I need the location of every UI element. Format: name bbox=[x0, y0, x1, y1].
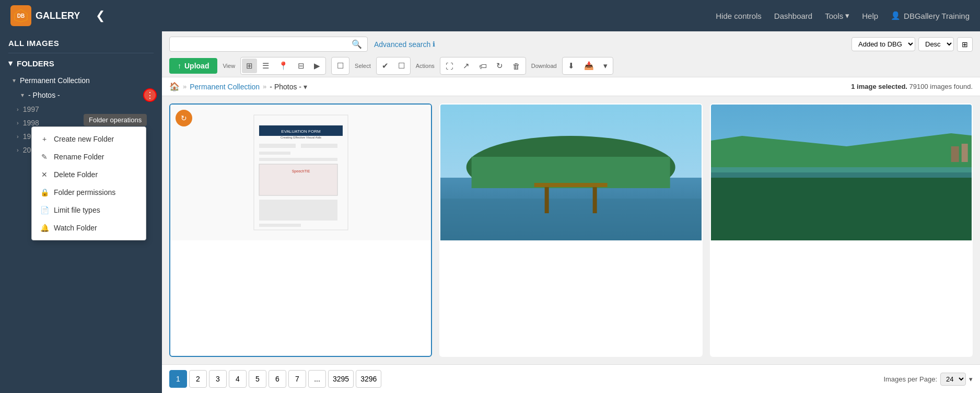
svg-rect-21 bbox=[593, 187, 597, 213]
year-chevron-icon: › bbox=[17, 147, 19, 153]
delete-button[interactable]: 🗑 bbox=[508, 59, 524, 73]
image-card-1[interactable] bbox=[439, 103, 702, 357]
photos-chevron-icon: ▾ bbox=[21, 91, 24, 99]
collapse-sidebar-button[interactable]: ❮ bbox=[96, 9, 105, 22]
page-btn-2[interactable]: 2 bbox=[189, 370, 207, 388]
main-layout: ALL IMAGES ▾ FOLDERS ▾ Permanent Collect… bbox=[0, 31, 980, 393]
select-all-button[interactable]: ✔ bbox=[378, 59, 393, 73]
page-btn-6[interactable]: 6 bbox=[269, 370, 286, 388]
x-icon: ✕ bbox=[40, 170, 49, 179]
grid-view-button[interactable]: ⊞ bbox=[242, 59, 257, 73]
share-button[interactable]: ↗ bbox=[459, 59, 474, 73]
sidebar-item-permanent-collection[interactable]: ▾ Permanent Collection bbox=[0, 73, 162, 88]
page-btn-3295[interactable]: 3295 bbox=[328, 370, 354, 388]
search-button[interactable]: 🔍 bbox=[352, 39, 362, 49]
page-btn-4[interactable]: 4 bbox=[229, 370, 247, 388]
logo-text: GALLERY bbox=[36, 10, 80, 21]
breadcrumb-bar: 🏠 » Permanent Collection » - Photos - ▾ … bbox=[162, 77, 980, 96]
breadcrumb-dropdown-button[interactable]: ▾ bbox=[304, 83, 307, 91]
sidebar-item-photos[interactable]: ▾ - Photos - ⋮ bbox=[0, 88, 162, 102]
breadcrumb-sep-2: » bbox=[263, 83, 266, 90]
fullscreen-button[interactable]: ⛶ bbox=[441, 59, 458, 73]
order-select[interactable]: Desc bbox=[918, 37, 954, 51]
home-breadcrumb[interactable]: 🏠 bbox=[169, 82, 180, 91]
delete-folder-item[interactable]: ✕ Delete Folder bbox=[32, 166, 146, 183]
search-input-wrapper: 🔍 bbox=[169, 37, 368, 52]
slideshow-button[interactable]: ▶ bbox=[310, 59, 324, 73]
svg-rect-20 bbox=[545, 187, 549, 213]
list-view-button[interactable]: ☰ bbox=[258, 59, 273, 73]
card-spinner-0: ↻ bbox=[176, 110, 192, 126]
info-icon: ℹ bbox=[433, 40, 435, 48]
sidebar-item-1997[interactable]: › 1997 bbox=[0, 102, 162, 116]
search-bar: 🔍 Advanced search ℹ Added to DBG Desc ⊞ bbox=[162, 31, 980, 55]
user-icon: 👤 bbox=[891, 11, 901, 20]
svg-rect-8 bbox=[259, 152, 290, 155]
all-images-label[interactable]: ALL IMAGES bbox=[0, 31, 162, 53]
download-options-button[interactable]: ▾ bbox=[599, 59, 612, 73]
image-card-0[interactable]: ↻ EVALUATION FORM Creating Effective Vis… bbox=[169, 103, 432, 357]
upload-icon: ↑ bbox=[178, 62, 181, 70]
folders-chevron-icon: ▾ bbox=[8, 59, 13, 68]
lock-icon: 🔒 bbox=[40, 188, 49, 196]
actions-label: Actions bbox=[416, 63, 435, 69]
year-chevron-icon: › bbox=[17, 106, 19, 112]
checkbox-button[interactable]: ☐ bbox=[333, 59, 348, 73]
refresh-button[interactable]: ↻ bbox=[492, 59, 507, 73]
limit-file-types-item[interactable]: 📄 Limit file types bbox=[32, 201, 146, 219]
download-file-button[interactable]: 📥 bbox=[580, 59, 598, 73]
per-page-select[interactable]: 24 bbox=[940, 373, 966, 386]
page-btn-5[interactable]: 5 bbox=[249, 370, 266, 388]
compare-view-button[interactable]: ⊟ bbox=[294, 59, 309, 73]
logo-icon: DB bbox=[10, 5, 31, 26]
tag-button[interactable]: 🏷 bbox=[475, 59, 491, 73]
page-btn-7[interactable]: 7 bbox=[288, 370, 306, 388]
svg-text:DB: DB bbox=[17, 13, 25, 19]
image-card-2[interactable] bbox=[710, 103, 973, 357]
help-link[interactable]: Help bbox=[862, 11, 878, 20]
content-area: 🔍 Advanced search ℹ Added to DBG Desc ⊞ … bbox=[162, 31, 980, 393]
user-menu[interactable]: 👤 DBGallery Training bbox=[891, 11, 970, 20]
page-ellipsis: ... bbox=[308, 370, 326, 388]
svg-rect-27 bbox=[951, 146, 959, 162]
advanced-search-link[interactable]: Advanced search ℹ bbox=[374, 40, 435, 49]
image-grid: ↻ EVALUATION FORM Creating Effective Vis… bbox=[162, 96, 980, 364]
map-view-button[interactable]: 📍 bbox=[274, 59, 293, 73]
actions-toolbar-group: ⛶ ↗ 🏷 ↻ 🗑 bbox=[440, 57, 526, 75]
upload-button[interactable]: ↑ Upload bbox=[169, 58, 217, 74]
breadcrumb-photos: - Photos - ▾ bbox=[270, 83, 307, 91]
svg-rect-6 bbox=[259, 144, 296, 148]
folder-permissions-item[interactable]: 🔒 Folder permissions bbox=[32, 183, 146, 201]
hide-controls-link[interactable]: Hide controls bbox=[716, 11, 762, 20]
sort-select[interactable]: Added to DBG bbox=[851, 37, 915, 51]
breadcrumb-sep-1: » bbox=[183, 83, 186, 90]
rename-folder-item[interactable]: ✎ Rename Folder bbox=[32, 148, 146, 166]
grid-view-toggle[interactable]: ⊞ bbox=[957, 37, 973, 52]
per-page-chevron-icon: ▾ bbox=[969, 375, 973, 383]
dashboard-link[interactable]: Dashboard bbox=[774, 11, 812, 20]
deselect-button[interactable]: ☐ bbox=[394, 59, 409, 73]
select-label: Select bbox=[355, 63, 371, 69]
folder-operations-dropdown: + Create new Folder ✎ Rename Folder ✕ De… bbox=[31, 126, 146, 240]
svg-text:EVALUATION FORM: EVALUATION FORM bbox=[281, 129, 321, 134]
sidebar: ALL IMAGES ▾ FOLDERS ▾ Permanent Collect… bbox=[0, 31, 162, 393]
folder-operations-button[interactable]: ⋮ bbox=[143, 88, 157, 102]
tools-link[interactable]: Tools ▾ bbox=[825, 11, 849, 20]
watch-folder-item[interactable]: 🔔 Watch Folder bbox=[32, 219, 146, 237]
select-toolbar-group: ☐ bbox=[331, 57, 349, 75]
page-btn-3296[interactable]: 3296 bbox=[356, 370, 381, 388]
breadcrumb-permanent-collection[interactable]: Permanent Collection bbox=[190, 83, 260, 91]
svg-rect-28 bbox=[961, 144, 967, 162]
svg-rect-12 bbox=[259, 200, 337, 221]
pagination-pages: 1 2 3 4 5 6 7 ... 3295 3296 bbox=[169, 370, 381, 388]
page-btn-3[interactable]: 3 bbox=[209, 370, 227, 388]
page-btn-1[interactable]: 1 bbox=[169, 370, 187, 388]
svg-rect-18 bbox=[440, 199, 701, 240]
download-button[interactable]: ⬇ bbox=[564, 59, 579, 73]
folders-header[interactable]: ▾ FOLDERS bbox=[0, 53, 162, 73]
year-chevron-icon: › bbox=[17, 120, 19, 126]
search-input[interactable] bbox=[175, 40, 352, 49]
create-folder-item[interactable]: + Create new Folder bbox=[32, 130, 146, 148]
sort-controls: Added to DBG Desc ⊞ bbox=[851, 37, 973, 52]
svg-rect-9 bbox=[259, 158, 337, 161]
